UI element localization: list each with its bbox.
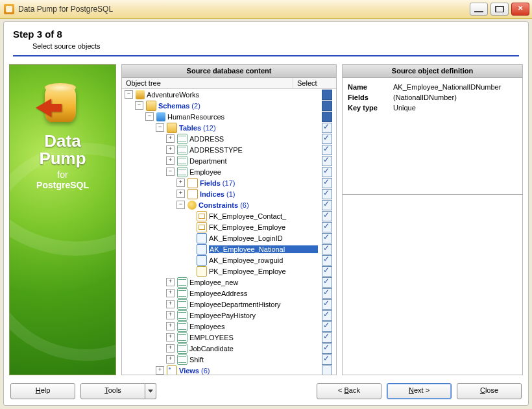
tree-row[interactable]: +Shift [122,354,336,365]
tree-label[interactable]: AK_Employee_National [209,245,318,253]
col-object-tree[interactable]: Object tree [122,78,293,88]
expand-icon[interactable]: + [166,156,175,165]
tree-label[interactable]: PK_Employee_Employe [209,267,318,275]
select-checkbox[interactable] [322,200,332,210]
close-button[interactable]: Close [457,383,522,399]
expand-icon[interactable]: + [166,333,175,341]
object-tree[interactable]: −AdventureWorks−Schemas (2)−HumanResourc… [122,89,336,375]
collapse-icon[interactable]: − [135,101,143,110]
tree-row[interactable]: −Schemas (2) [122,100,336,111]
select-checkbox[interactable] [322,310,332,321]
select-checkbox[interactable] [322,233,332,243]
expand-icon[interactable]: + [176,179,185,187]
tree-label[interactable]: Employee_new [189,279,318,286]
tree-label[interactable]: FK_Employee_Employe [209,223,318,231]
tree-label[interactable]: Constraints (6) [199,201,318,209]
tree-label[interactable]: ADDRESS [189,135,318,143]
tree-label[interactable]: EMPLOYEES [189,334,318,341]
tree-label[interactable]: ADDRESSTYPE [189,146,318,154]
tree-row[interactable]: −AdventureWorks [122,89,336,100]
tree-label[interactable]: JobCandidate [189,345,318,353]
tree-label[interactable]: Employees [189,323,318,330]
tree-row[interactable]: +Views (6) [122,365,336,375]
select-checkbox[interactable] [322,178,332,188]
select-checkbox[interactable] [322,123,332,133]
tree-label[interactable]: EmployeeDepartmentHistory [189,301,318,308]
tree-label[interactable]: Fields (17) [200,179,318,187]
tools-split-button[interactable]: Tools [80,383,156,399]
tree-label[interactable]: AdventureWorks [147,91,318,99]
select-checkbox[interactable] [322,266,332,277]
select-checkbox[interactable] [322,354,332,365]
expand-icon[interactable]: + [166,344,175,353]
select-checkbox[interactable] [322,145,332,155]
tree-row[interactable]: +EmployeePayHistory [122,310,336,321]
collapse-icon[interactable]: − [156,123,164,132]
tree-label[interactable]: EmployeePayHistory [189,312,318,319]
tree-row[interactable]: +Employee_new [122,277,336,288]
select-checkbox[interactable] [322,112,332,122]
select-checkbox[interactable] [322,299,332,310]
expand-icon[interactable]: + [166,289,175,297]
col-select[interactable]: Select [293,78,336,88]
tree-label[interactable]: AK_Employee_rowguid [209,256,318,264]
select-checkbox[interactable] [322,244,332,254]
help-button[interactable]: Help [10,383,75,399]
tree-label[interactable]: Tables (12) [179,124,318,132]
tree-row[interactable]: AK_Employee_National [122,243,336,254]
tools-dropdown-icon[interactable] [145,383,156,399]
select-checkbox[interactable] [322,167,332,177]
tree-row[interactable]: −Constraints (6) [122,199,336,210]
tree-label[interactable]: Employee [189,168,318,176]
tree-row[interactable]: +Employees [122,321,336,332]
tree-label[interactable]: AK_Employee_LoginID [209,234,318,242]
collapse-icon[interactable]: − [176,201,185,209]
close-window-button[interactable] [511,3,529,16]
tree-row[interactable]: +EMPLOYEES [122,332,336,343]
tree-row[interactable]: FK_Employee_Contact_ [122,210,336,221]
expand-icon[interactable]: + [166,355,175,364]
tree-label[interactable]: FK_Employee_Contact_ [209,212,318,220]
back-button[interactable]: < Back [317,383,381,399]
tree-label[interactable]: Indices (1) [200,190,318,198]
select-checkbox[interactable] [322,101,332,111]
tree-row[interactable]: PK_Employee_Employe [122,266,336,277]
select-checkbox[interactable] [322,332,332,343]
tree-label[interactable]: Schemas (2) [158,102,318,110]
tree-label[interactable]: HumanResources [167,113,318,121]
tree-row[interactable]: −Employee [122,166,336,177]
tree-label[interactable]: Views (6) [179,367,318,375]
tools-button[interactable]: Tools [80,383,145,399]
collapse-icon[interactable]: − [166,167,175,176]
next-button[interactable]: Next > [387,383,452,399]
tree-row[interactable]: AK_Employee_rowguid [122,254,336,266]
tree-row[interactable]: +ADDRESS [122,133,336,144]
tree-label[interactable]: Shift [189,356,318,364]
minimize-button[interactable] [470,3,488,16]
expand-icon[interactable]: + [166,134,175,143]
select-checkbox[interactable] [322,277,332,288]
select-checkbox[interactable] [322,255,332,266]
tree-row[interactable]: +Fields (17) [122,177,336,188]
tree-label[interactable]: EmployeeAddress [189,290,318,297]
expand-icon[interactable]: + [166,322,175,330]
select-checkbox[interactable] [322,321,332,332]
tree-row[interactable]: −Tables (12) [122,122,336,133]
collapse-icon[interactable]: − [145,112,154,121]
expand-icon[interactable]: + [166,278,175,286]
select-checkbox[interactable] [322,288,332,299]
select-checkbox[interactable] [322,90,332,100]
select-checkbox[interactable] [322,156,332,166]
expand-icon[interactable]: + [176,190,185,198]
maximize-button[interactable] [490,3,509,16]
select-checkbox[interactable] [322,222,332,232]
select-checkbox[interactable] [322,343,332,354]
tree-row[interactable]: +Indices (1) [122,188,336,199]
tree-row[interactable]: AK_Employee_LoginID [122,232,336,243]
expand-icon[interactable]: + [156,366,164,375]
select-checkbox[interactable] [322,134,332,144]
tree-row[interactable]: FK_Employee_Employe [122,221,336,232]
tree-row[interactable]: +Department [122,155,336,166]
tree-label[interactable]: Department [189,157,318,165]
tree-row[interactable]: +ADDRESSTYPE [122,144,336,155]
